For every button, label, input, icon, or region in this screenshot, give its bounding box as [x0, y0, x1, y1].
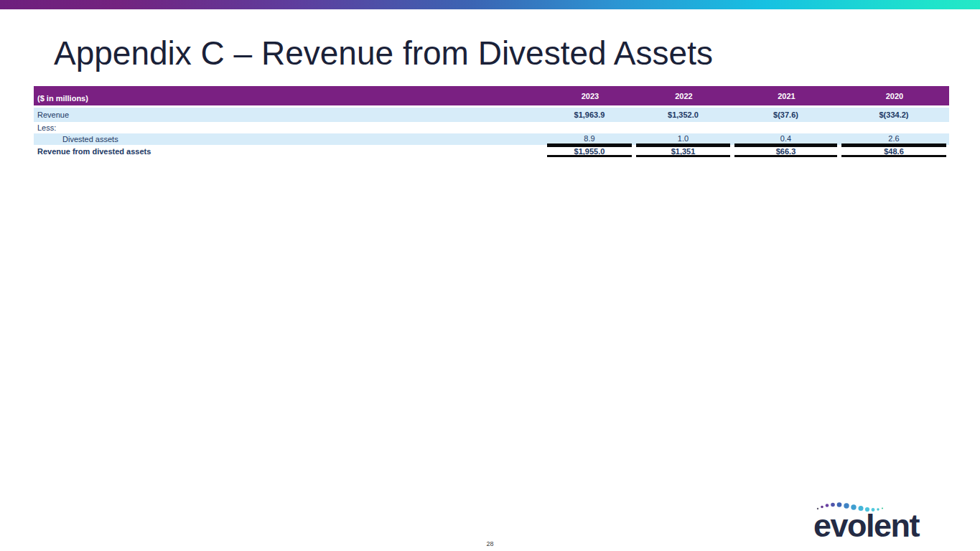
table-cell	[547, 122, 632, 133]
table-cell: 1.0	[636, 133, 730, 145]
page-number: 28	[0, 540, 980, 547]
table-row-revenue: Revenue $1,963.9 $1,352.0 $(37.6) $(334.…	[34, 108, 949, 122]
table-cell: $66.3	[734, 145, 837, 157]
year-header-2022: 2022	[635, 86, 733, 105]
table-cell: $1,352.0	[636, 108, 730, 122]
table-cell: $(37.6)	[734, 108, 837, 122]
table-cell: $1,351	[636, 145, 730, 157]
table-row-divested-assets: Divested assets 8.9 1.0 0.4 2.6	[34, 133, 949, 145]
table-cell: $48.6	[841, 145, 946, 157]
table-row-revenue-from-divested-assets: Revenue from divested assets $1,955.0 $1…	[34, 145, 949, 157]
year-header-2021: 2021	[733, 86, 840, 105]
year-header-2020: 2020	[840, 86, 949, 105]
row-label: Divested assets	[34, 133, 546, 145]
logo-wordmark: evolent	[813, 509, 919, 542]
table-cell: 0.4	[734, 133, 837, 145]
table-cell: $1,955.0	[547, 145, 632, 157]
table-cell	[734, 122, 837, 133]
row-label: Less:	[34, 122, 546, 133]
table-cell: $1,963.9	[547, 108, 632, 122]
year-header-2023: 2023	[546, 86, 635, 105]
evolent-logo: evolent	[813, 494, 939, 538]
top-gradient-bar	[0, 0, 980, 9]
row-label: Revenue from divested assets	[34, 145, 546, 157]
table-cell: 8.9	[547, 133, 632, 145]
page-title: Appendix C – Revenue from Divested Asset…	[54, 36, 713, 70]
row-label: Revenue	[34, 108, 546, 122]
table-cell: 2.6	[841, 133, 946, 145]
table-unit-label: ($ in millions)	[34, 86, 546, 105]
table-cell	[841, 122, 946, 133]
presentation-slide: Appendix C – Revenue from Divested Asset…	[0, 0, 980, 551]
table-cell: $(334.2)	[841, 108, 946, 122]
revenue-table: ($ in millions) 2023 2022 2021 2020 Reve…	[34, 86, 949, 157]
table-row-less: Less:	[34, 122, 949, 133]
table-cell	[636, 122, 730, 133]
table-header-row: ($ in millions) 2023 2022 2021 2020	[34, 86, 949, 105]
